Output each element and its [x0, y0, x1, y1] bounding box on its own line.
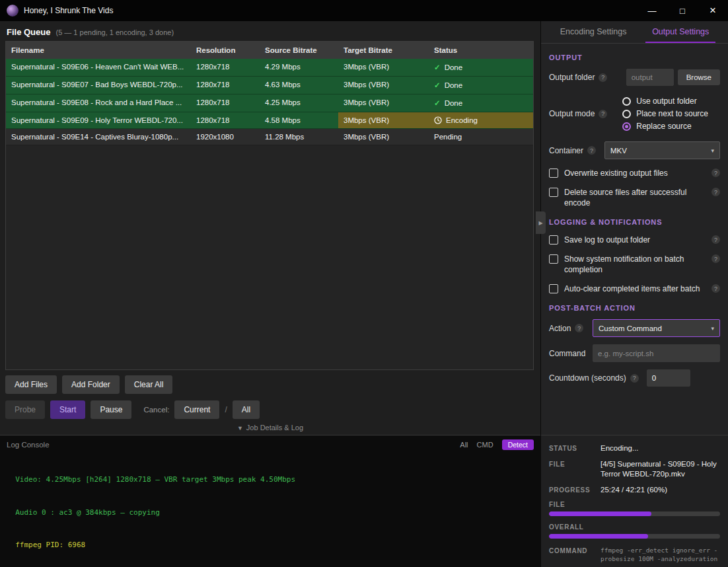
help-icon[interactable]: ? — [711, 254, 720, 263]
output-mode-row: Output mode ? Use output folder Place ne… — [549, 93, 720, 134]
panel-collapse-handle[interactable]: ▶ — [536, 211, 546, 234]
help-icon[interactable]: ? — [711, 188, 720, 196]
tab-encoding-settings[interactable]: Encoding Settings — [554, 21, 634, 43]
help-icon[interactable]: ? — [711, 235, 720, 244]
checkbox-label: Overwrite existing output files — [564, 168, 706, 178]
column-header-filename[interactable]: Filename — [6, 42, 191, 59]
help-icon[interactable]: ? — [599, 73, 607, 82]
checkbox-delete-source[interactable]: Delete source files after successful enc… — [549, 187, 720, 208]
file-label: FILE — [549, 459, 601, 468]
container-select[interactable]: MKV ▾ — [604, 141, 720, 159]
log-filter-cmd[interactable]: CMD — [477, 441, 493, 449]
cancel-current-button[interactable]: Current — [174, 400, 219, 419]
radio-place-next-to-source[interactable]: Place next to source — [622, 109, 708, 118]
minimize-button[interactable]: — — [637, 0, 667, 21]
tab-output-settings[interactable]: Output Settings — [645, 21, 715, 43]
cell-resolution: 1280x718 — [191, 94, 260, 112]
log-output: Video: 4.25Mbps [h264] 1280x718 — VBR ta… — [7, 453, 534, 567]
cell-source-bitrate: 4.58 Mbps — [260, 112, 338, 128]
countdown-input[interactable] — [647, 369, 690, 387]
add-files-button[interactable]: Add Files — [5, 375, 57, 394]
pause-button[interactable]: Pause — [91, 400, 131, 419]
section-header-postbatch: POST-BATCH ACTION — [549, 304, 720, 312]
action-select[interactable]: Custom Command ▾ — [593, 319, 720, 337]
cell-source-bitrate: 11.28 Mbps — [260, 129, 338, 145]
progress-label: PROGRESS — [549, 485, 601, 494]
help-icon[interactable]: ? — [630, 374, 639, 383]
checkbox-label: Auto-clear completed items after batch — [564, 284, 706, 294]
file-queue-table: Filename Resolution Source Bitrate Targe… — [5, 41, 534, 370]
queue-title: File Queue — [7, 27, 50, 37]
table-header-row: Filename Resolution Source Bitrate Targe… — [6, 42, 533, 59]
table-row[interactable]: Supernatural - S09E06 - Heaven Can't Wai… — [6, 59, 533, 77]
cell-resolution: 1920x1080 — [191, 129, 260, 145]
cancel-separator: / — [225, 405, 227, 414]
help-icon[interactable]: ? — [711, 284, 720, 293]
table-row[interactable]: Supernatural - S09E09 - Holy Terror WEBD… — [6, 112, 533, 129]
action-row: Action ? Custom Command ▾ — [549, 319, 720, 337]
help-icon[interactable]: ? — [587, 146, 596, 155]
cell-resolution: 1280x718 — [191, 77, 260, 94]
checkbox-system-notification[interactable]: Show system notification on batch comple… — [549, 254, 720, 275]
column-header-source-bitrate[interactable]: Source Bitrate — [260, 42, 338, 59]
window-title: Honey, I Shrunk The Vids — [24, 6, 113, 15]
command-input[interactable] — [593, 344, 720, 362]
progress-row: PROGRESS 25:24 / 42:21 (60%) — [549, 485, 720, 495]
main-area: File Queue (5 — 1 pending, 1 encoding, 3… — [0, 21, 728, 567]
table-row[interactable]: Supernatural - S09E07 - Bad Boys WEBDL-7… — [6, 77, 533, 94]
close-button[interactable]: × — [698, 0, 728, 21]
checkbox-autoclear-completed[interactable]: Auto-clear completed items after batch ? — [549, 284, 720, 294]
cancel-all-button[interactable]: All — [233, 400, 260, 419]
checkbox-label: Show system notification on batch comple… — [564, 254, 706, 275]
help-icon[interactable]: ? — [575, 324, 583, 332]
radio-replace-source[interactable]: Replace source — [622, 122, 708, 131]
app-icon — [7, 5, 18, 17]
progress-value: 25:24 / 42:21 (60%) — [601, 485, 720, 495]
log-filter-all[interactable]: All — [460, 441, 468, 449]
log-console-header: Log Console All CMD Detect — [7, 439, 534, 450]
table-row[interactable]: Supernatural - S09E08 - Rock and a Hard … — [6, 94, 533, 112]
section-header-logging: LOGGING & NOTIFICATIONS — [549, 218, 720, 226]
column-header-resolution[interactable]: Resolution — [191, 42, 260, 59]
cell-status: Pending — [429, 129, 533, 145]
countdown-label: Countdown (seconds) — [549, 373, 626, 383]
cell-filename: Supernatural - S09E08 - Rock and a Hard … — [6, 94, 191, 112]
titlebar[interactable]: Honey, I Shrunk The Vids — □ × — [0, 0, 728, 21]
output-folder-input[interactable] — [626, 69, 674, 86]
done-check-icon: ✓ — [434, 63, 441, 72]
cell-source-bitrate: 4.29 Mbps — [260, 59, 338, 76]
help-icon[interactable]: ? — [711, 169, 720, 177]
add-folder-button[interactable]: Add Folder — [62, 375, 120, 394]
checkbox-save-log[interactable]: Save log to output folder ? — [549, 235, 720, 245]
command-label: Command — [549, 349, 585, 358]
status-text: Encoding — [446, 116, 478, 124]
output-mode-radio-group: Use output folder Place next to source R… — [622, 93, 708, 134]
checkbox-icon — [549, 235, 558, 245]
probe-button[interactable]: Probe — [5, 400, 45, 419]
checkbox-overwrite-existing[interactable]: Overwrite existing output files ? — [549, 168, 720, 178]
column-header-target-bitrate[interactable]: Target Bitrate — [338, 42, 429, 59]
encode-actions-row: Probe Start Pause Cancel: Current / All — [0, 394, 540, 419]
log-console-title: Log Console — [7, 441, 50, 449]
table-row[interactable]: Supernatural - S09E14 - Captives Bluray-… — [6, 129, 533, 145]
column-header-status[interactable]: Status — [429, 42, 533, 59]
radio-use-output-folder[interactable]: Use output folder — [622, 96, 708, 106]
job-details-toggle-label: Job Details & Log — [246, 424, 303, 432]
maximize-button[interactable]: □ — [667, 0, 698, 21]
job-details-toggle[interactable]: ▼Job Details & Log — [0, 419, 540, 435]
file-value: [4/5] Supernatural - S09E09 - Holy Terro… — [601, 459, 720, 479]
countdown-row: Countdown (seconds) ? — [549, 369, 720, 387]
log-filter-detect[interactable]: Detect — [502, 439, 534, 450]
command-row: Command — [549, 344, 720, 362]
clear-all-button[interactable]: Clear All — [125, 375, 173, 394]
radio-label: Replace source — [636, 122, 691, 131]
browse-button[interactable]: Browse — [678, 69, 720, 85]
output-folder-label: Output folder — [549, 73, 595, 82]
checkbox-label: Delete source files after successful enc… — [564, 187, 706, 208]
action-label: Action — [549, 324, 571, 333]
file-bar-label: FILE — [549, 501, 720, 508]
start-button[interactable]: Start — [50, 400, 85, 419]
help-icon[interactable]: ? — [599, 110, 607, 118]
cancel-label: Cancel: — [143, 406, 169, 414]
container-label: Container — [549, 146, 583, 155]
